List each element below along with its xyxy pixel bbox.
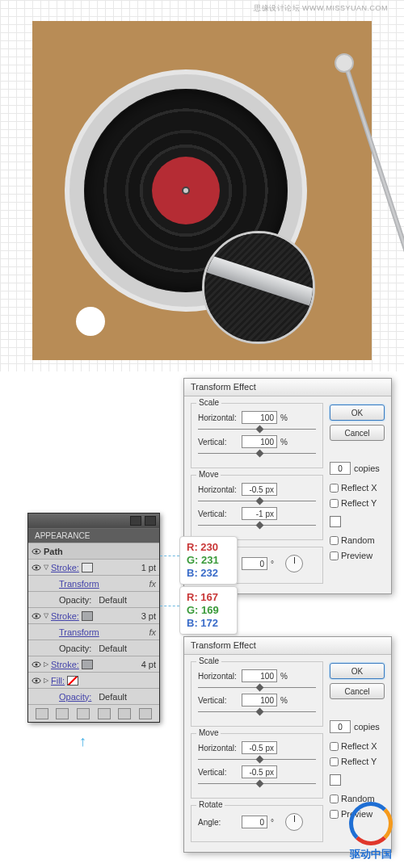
- move-v-label: Vertical:: [198, 509, 238, 518]
- disclosure-icon[interactable]: ▷: [44, 660, 48, 668]
- callout-line-1: [160, 556, 179, 556]
- move-v-label: Vertical:: [198, 768, 238, 777]
- stroke-weight-3[interactable]: 4 pt: [141, 660, 156, 669]
- visibility-icon[interactable]: [32, 676, 41, 686]
- turntable-canvas: [32, 21, 372, 360]
- scale-h-slider[interactable]: [198, 426, 316, 432]
- move-v-input[interactable]: [242, 507, 277, 520]
- tonearm-pivot: [335, 53, 354, 73]
- copies-input[interactable]: [330, 462, 351, 475]
- trash-icon[interactable]: [139, 708, 152, 719]
- ok-button[interactable]: OK: [330, 405, 385, 421]
- cancel-button[interactable]: Cancel: [330, 425, 385, 441]
- scale-group: Scale Horizontal:% Vertical:%: [191, 403, 323, 468]
- panel-title: APPEARANCE: [28, 528, 159, 543]
- menu-icon[interactable]: [145, 516, 156, 526]
- clear-icon[interactable]: [98, 708, 111, 719]
- stroke-link[interactable]: Stroke:: [51, 611, 79, 621]
- new-stroke-icon[interactable]: [36, 708, 48, 719]
- stroke-swatch-1[interactable]: [82, 563, 93, 572]
- move-h-label: Horizontal:: [198, 744, 238, 753]
- stroke-row-1[interactable]: ▽ Stroke: 1 pt: [28, 559, 159, 575]
- tonearm: [343, 62, 404, 279]
- angle-dial[interactable]: [285, 555, 303, 572]
- transform-row-1[interactable]: Transformfx: [28, 575, 159, 591]
- disclosure-icon[interactable]: ▽: [44, 564, 48, 571]
- stroke-weight-1[interactable]: 1 pt: [141, 563, 156, 572]
- angle-dial[interactable]: [285, 813, 303, 831]
- rotate-label: Rotate: [196, 800, 225, 809]
- watermark-text: 思缘设计论坛 WWW.MISSYUAN.COM: [254, 3, 388, 14]
- rgb-callout-1: R: 230 G: 231 B: 232: [179, 536, 238, 585]
- scale-v-input[interactable]: [242, 694, 277, 707]
- move-h-slider[interactable]: [198, 757, 316, 762]
- angle-input[interactable]: [242, 816, 267, 828]
- scale-h-input[interactable]: [242, 411, 277, 424]
- fill-swatch-none[interactable]: [67, 676, 78, 686]
- callout-line-2: [160, 606, 179, 606]
- move-v-input[interactable]: [242, 765, 277, 778]
- visibility-icon[interactable]: [32, 563, 41, 572]
- registration-icon[interactable]: [330, 516, 341, 527]
- scale-h-input[interactable]: [242, 669, 277, 682]
- stroke-row-3[interactable]: ▷ Stroke: 4 pt: [28, 656, 159, 672]
- fx-icon[interactable]: fx: [149, 579, 156, 589]
- visibility-icon[interactable]: [32, 611, 41, 621]
- disclosure-icon[interactable]: ▷: [44, 677, 48, 684]
- opacity-row-2[interactable]: Opacity: Default: [28, 639, 159, 656]
- scale-v-slider[interactable]: [198, 451, 316, 456]
- duplicate-icon[interactable]: [118, 708, 131, 719]
- registration-icon[interactable]: [330, 774, 341, 786]
- reflect-x-checkbox[interactable]: Reflect X: [330, 741, 385, 751]
- copies-input[interactable]: [330, 720, 351, 733]
- move-h-input[interactable]: [242, 483, 277, 496]
- cancel-button[interactable]: Cancel: [330, 683, 385, 699]
- panel-footer: [28, 704, 159, 722]
- illustration-area: 思缘设计论坛 WWW.MISSYUAN.COM: [0, 0, 404, 371]
- move-group: Move Horizontal: Vertical:: [191, 475, 323, 540]
- visibility-icon[interactable]: [32, 547, 41, 556]
- random-checkbox[interactable]: Random: [330, 535, 385, 545]
- stroke-swatch-3[interactable]: [82, 660, 93, 669]
- reflect-y-checkbox[interactable]: Reflect Y: [330, 757, 385, 766]
- opacity-row-1[interactable]: Opacity: Default: [28, 591, 159, 607]
- fx-icon[interactable]: fx: [149, 627, 156, 637]
- angle-input[interactable]: [242, 557, 267, 570]
- move-v-slider[interactable]: [198, 522, 316, 528]
- svg-point-9: [36, 679, 38, 681]
- appearance-panel: APPEARANCE Path ▽ Stroke: 1 pt Transform…: [27, 513, 160, 723]
- stroke-weight-2[interactable]: 3 pt: [141, 611, 156, 621]
- move-h-slider[interactable]: [198, 498, 316, 504]
- move-h-input[interactable]: [242, 741, 277, 754]
- visibility-icon[interactable]: [32, 660, 41, 669]
- scale-v-label: Vertical:: [198, 438, 238, 447]
- stroke-row-2[interactable]: ▽ Stroke: 3 pt: [28, 607, 159, 623]
- move-label: Move: [196, 470, 221, 479]
- collapse-icon[interactable]: [130, 516, 141, 526]
- ok-button[interactable]: OK: [330, 663, 385, 679]
- disclosure-icon[interactable]: ▽: [44, 612, 48, 619]
- scale-v-label: Vertical:: [198, 696, 238, 705]
- scale-v-slider[interactable]: [198, 709, 316, 715]
- scale-h-slider[interactable]: [198, 685, 316, 690]
- stroke-link[interactable]: Stroke:: [51, 563, 79, 572]
- stroke-swatch-2[interactable]: [82, 611, 93, 621]
- reflect-x-checkbox[interactable]: Reflect X: [330, 483, 385, 493]
- svg-point-1: [36, 550, 38, 552]
- new-fill-icon[interactable]: [56, 708, 69, 719]
- spindle: [182, 187, 190, 195]
- rgb-callout-2: R: 167 G: 169 B: 172: [179, 586, 238, 635]
- reflect-y-checkbox[interactable]: Reflect Y: [330, 498, 385, 508]
- fill-link[interactable]: Fill:: [51, 676, 65, 686]
- transform-row-2[interactable]: Transformfx: [28, 623, 159, 639]
- panel-header[interactable]: [28, 514, 159, 528]
- opacity-row-3[interactable]: Opacity: Default: [28, 688, 159, 704]
- preview-checkbox[interactable]: Preview: [330, 551, 385, 560]
- fx-add-icon[interactable]: [77, 708, 90, 719]
- move-v-slider[interactable]: [198, 781, 316, 786]
- fill-row[interactable]: ▷ Fill:: [28, 672, 159, 688]
- path-row[interactable]: Path: [28, 543, 159, 559]
- control-knob: [76, 307, 105, 336]
- scale-v-input[interactable]: [242, 435, 277, 448]
- stroke-link[interactable]: Stroke:: [51, 660, 79, 669]
